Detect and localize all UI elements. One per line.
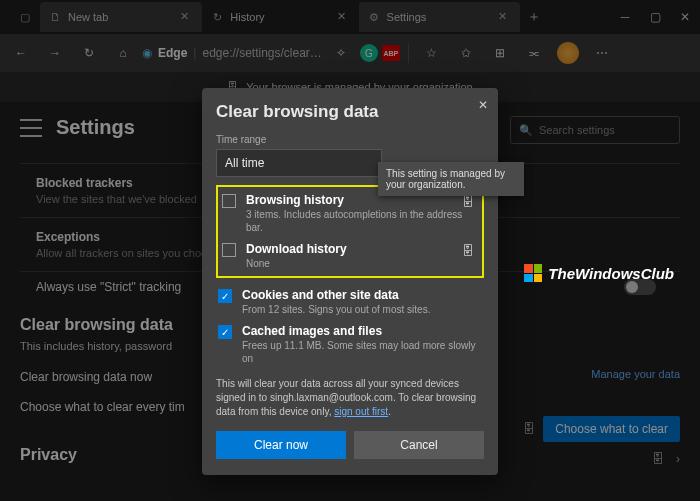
cookies-item[interactable]: ✓ Cookies and other site data From 12 si… (216, 284, 484, 320)
item-desc: 3 items. Includes autocompletions in the… (246, 208, 478, 234)
checkbox-unchecked[interactable] (222, 194, 236, 208)
sign-out-link[interactable]: sign out first (334, 406, 388, 417)
org-managed-tooltip: This setting is managed by your organiza… (378, 162, 524, 196)
item-title: Download history (246, 242, 478, 256)
item-desc: None (246, 257, 478, 270)
windows-logo-icon (524, 264, 542, 282)
clear-browsing-data-dialog: ✕ Clear browsing data Time range All tim… (202, 88, 498, 475)
browsing-history-item[interactable]: Browsing history 3 items. Includes autoc… (220, 189, 480, 238)
download-history-item[interactable]: Download history None 🗄 (220, 238, 480, 274)
cached-item[interactable]: ✓ Cached images and files Frees up 11.1 … (216, 320, 484, 369)
item-desc: From 12 sites. Signs you out of most sit… (242, 303, 482, 316)
dialog-close-button[interactable]: ✕ (478, 98, 488, 112)
watermark: TheWindowsClub (524, 264, 674, 282)
dialog-title: Clear browsing data (216, 102, 484, 122)
watermark-text: TheWindowsClub (548, 265, 674, 282)
time-range-label: Time range (216, 134, 484, 145)
briefcase-icon: 🗄 (462, 244, 476, 258)
item-title: Cached images and files (242, 324, 482, 338)
briefcase-icon: 🗄 (462, 195, 476, 209)
clear-now-button[interactable]: Clear now (216, 431, 346, 459)
item-title: Cookies and other site data (242, 288, 482, 302)
checkbox-unchecked[interactable] (222, 243, 236, 257)
time-range-value: All time (225, 156, 264, 170)
item-desc: Frees up 11.1 MB. Some sites may load mo… (242, 339, 482, 365)
highlighted-group: Browsing history 3 items. Includes autoc… (216, 185, 484, 278)
checkbox-checked[interactable]: ✓ (218, 289, 232, 303)
cancel-button[interactable]: Cancel (354, 431, 484, 459)
sync-disclaimer: This will clear your data across all you… (216, 377, 484, 419)
checkbox-checked[interactable]: ✓ (218, 325, 232, 339)
tooltip-text: This setting is managed by your organiza… (386, 168, 505, 190)
time-range-select[interactable]: All time (216, 149, 382, 177)
